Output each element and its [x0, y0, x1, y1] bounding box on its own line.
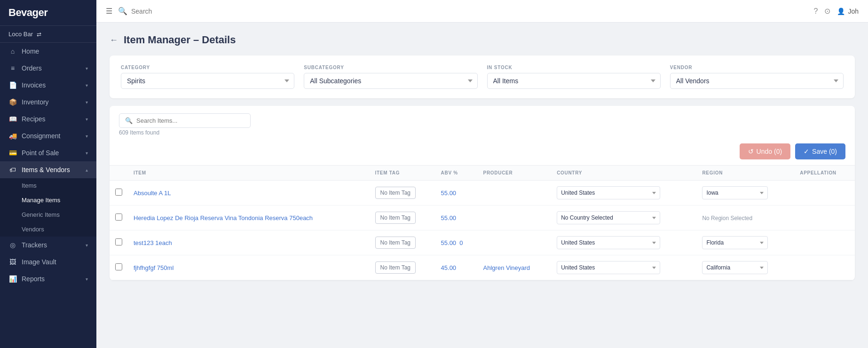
filter-row: CATEGORY Spirits SUBCATEGORY All Subcate… [121, 65, 844, 89]
item-name-cell: test123 1each [128, 230, 370, 255]
abv-value[interactable]: 45.00 [441, 264, 457, 271]
row-checkbox[interactable] [115, 214, 122, 221]
region-select[interactable]: Iowa [702, 186, 768, 199]
country-select[interactable]: United States [557, 186, 660, 199]
item-name[interactable]: test123 1each [134, 239, 172, 246]
sidebar-item-inventory[interactable]: 📦 Inventory ▾ [0, 94, 96, 111]
action-buttons: ↺ Undo (0) ✓ Save (0) [110, 143, 855, 165]
item-name-cell: Absoulte A 1L [128, 181, 370, 206]
page-content: ← Item Manager – Details CATEGORY Spirit… [96, 23, 868, 348]
country-select[interactable]: United States [557, 236, 660, 249]
sidebar-item-recipes[interactable]: 📖 Recipes ▾ [0, 111, 96, 127]
instock-select[interactable]: All Items [487, 73, 661, 89]
back-button[interactable]: ← [110, 35, 118, 45]
col-checkbox [110, 166, 128, 181]
search-icon: 🔍 [118, 7, 127, 16]
abv-value[interactable]: 55.00 [441, 214, 457, 221]
col-appellation: APPELLATION [794, 166, 855, 181]
category-select[interactable]: Spirits [121, 73, 294, 89]
abv-extra[interactable]: 0 [459, 239, 463, 246]
save-icon: ✓ [804, 148, 809, 155]
col-abv: ABV % [435, 166, 478, 181]
col-producer: PRODUCER [478, 166, 552, 181]
item-tag-button[interactable]: No Item Tag [375, 261, 416, 274]
logo-text: Bevager [8, 7, 47, 18]
producer-cell [478, 206, 552, 230]
sidebar: Bevager Loco Bar ⇄ ⌂ Home ≡ Orders ▾ 📄 I… [0, 0, 96, 348]
venue-switcher[interactable]: Loco Bar ⇄ [0, 26, 96, 43]
chevron-down-icon: ▾ [86, 243, 88, 248]
region-cell: No Region Selected [696, 206, 794, 230]
sidebar-item-image-vault[interactable]: 🖼 Image Vault [0, 253, 96, 270]
item-tag-button[interactable]: No Item Tag [375, 212, 416, 224]
save-button[interactable]: ✓ Save (0) [795, 143, 845, 159]
abv-cell: 45.00 [435, 255, 478, 280]
row-checkbox-cell [110, 181, 128, 206]
sidebar-item-consignment[interactable]: 🚚 Consignment ▾ [0, 127, 96, 144]
filter-card: CATEGORY Spirits SUBCATEGORY All Subcate… [110, 55, 855, 98]
item-name[interactable]: fjhfhgfgf 750ml [134, 264, 174, 271]
settings-icon[interactable]: ⊙ [824, 7, 830, 16]
menu-icon[interactable]: ☰ [106, 7, 112, 16]
sidebar-item-pos[interactable]: 💳 Point of Sale ▾ [0, 144, 96, 161]
user-menu[interactable]: 👤 Joh [837, 8, 859, 15]
abv-cell: 55.00 0 [435, 230, 478, 255]
abv-value[interactable]: 55.00 [441, 239, 457, 246]
switch-icon: ⇄ [37, 31, 41, 38]
item-tag-button[interactable]: No Item Tag [375, 187, 416, 199]
sidebar-item-manage-items[interactable]: Manage Items [0, 193, 96, 207]
reports-icon: 📊 [8, 275, 17, 283]
sidebar-item-items[interactable]: Items [0, 178, 96, 193]
consignment-icon: 🚚 [8, 132, 17, 140]
subcategory-select[interactable]: All Subcategories [304, 73, 477, 89]
undo-label: Undo (0) [757, 148, 782, 155]
page-title: Item Manager – Details [124, 34, 236, 46]
sidebar-item-label: Inventory [22, 98, 49, 106]
row-checkbox[interactable] [115, 189, 122, 196]
search-input[interactable] [131, 8, 808, 15]
orders-icon: ≡ [8, 64, 17, 72]
chevron-down-icon: ▾ [86, 277, 88, 282]
sidebar-item-orders[interactable]: ≡ Orders ▾ [0, 60, 96, 77]
items-toolbar: 🔍 609 Items found [110, 106, 855, 143]
producer-cell: Ahlgren Vineyard [478, 255, 552, 280]
vendor-label: VENDOR [670, 65, 844, 70]
sidebar-item-generic-items[interactable]: Generic Items [0, 207, 96, 222]
item-tag-button[interactable]: No Item Tag [375, 237, 416, 249]
region-select[interactable]: Florida [702, 236, 768, 249]
chevron-down-icon: ▾ [86, 83, 88, 88]
items-search-box: 🔍 [119, 113, 251, 128]
col-country: COUNTRY [551, 166, 696, 181]
abv-value[interactable]: 55.00 [441, 190, 457, 197]
vendor-select[interactable]: All Vendors [670, 73, 844, 89]
row-checkbox[interactable] [115, 238, 122, 245]
undo-button[interactable]: ↺ Undo (0) [740, 143, 790, 159]
item-name[interactable]: Absoulte A 1L [134, 190, 171, 197]
search-icon: 🔍 [125, 117, 133, 124]
abv-cell: 55.00 [435, 181, 478, 206]
sidebar-item-home[interactable]: ⌂ Home [0, 43, 96, 60]
sidebar-item-label: Trackers [22, 241, 47, 249]
country-select[interactable]: No Country Selected [557, 211, 660, 224]
sidebar-item-reports[interactable]: 📊 Reports ▾ [0, 270, 96, 287]
sidebar-item-items-vendors[interactable]: 🏷 Items & Vendors ▴ [0, 161, 96, 178]
items-search-input[interactable] [136, 117, 245, 124]
help-icon[interactable]: ? [814, 7, 818, 16]
subcategory-label: SUBCATEGORY [304, 65, 477, 70]
sidebar-item-invoices[interactable]: 📄 Invoices ▾ [0, 77, 96, 94]
row-checkbox[interactable] [115, 263, 122, 270]
sidebar-item-vendors[interactable]: Vendors [0, 222, 96, 237]
sidebar-item-label: Reports [22, 275, 45, 283]
table-header-row: ITEM ITEM TAG ABV % PRODUCER COUNTRY REG… [110, 166, 855, 181]
abv-cell: 55.00 [435, 206, 478, 230]
region-select[interactable]: California [702, 261, 768, 274]
item-tag-cell: No Item Tag [370, 230, 435, 255]
item-name[interactable]: Heredia Lopez De Rioja Reserva Vina Tond… [134, 214, 313, 221]
items-table-container: ITEM ITEM TAG ABV % PRODUCER COUNTRY REG… [110, 165, 855, 280]
producer-name[interactable]: Ahlgren Vineyard [483, 264, 530, 271]
user-icon: 👤 [837, 8, 845, 15]
country-select[interactable]: United States [557, 261, 660, 274]
row-checkbox-cell [110, 230, 128, 255]
sidebar-item-trackers[interactable]: ◎ Trackers ▾ [0, 237, 96, 253]
appellation-cell [794, 206, 855, 230]
